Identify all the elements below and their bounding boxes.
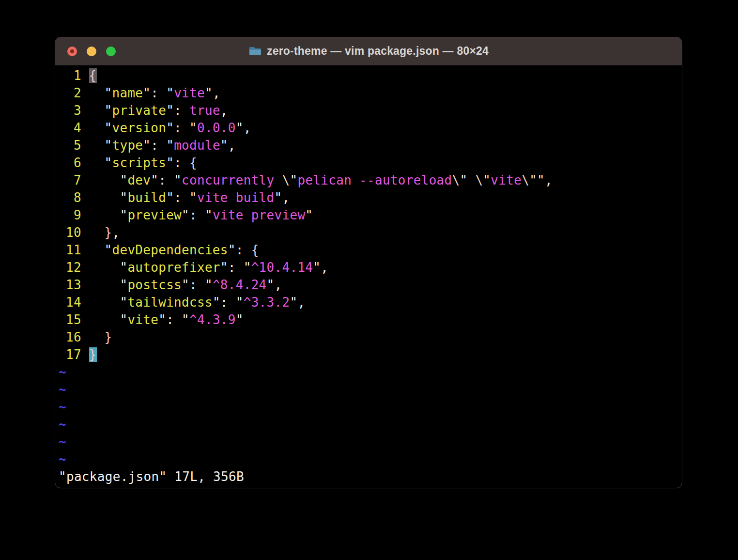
tilde-marker: ~: [59, 417, 66, 432]
window-title-text: zero-theme — vim package.json — 80×24: [267, 45, 489, 58]
desktop-background: zero-theme — vim package.json — 80×24 1{…: [0, 0, 738, 560]
buffer-line: 3 "private": true,: [59, 102, 682, 119]
buffer-line: 14 "tailwindcss": "^3.3.2",: [59, 294, 682, 311]
tilde-marker: ~: [59, 365, 66, 379]
line-number: 9: [59, 206, 81, 224]
terminal-content[interactable]: 1{2 "name": "vite",3 "private": true,4 "…: [55, 65, 682, 485]
buffer-line: 11 "devDependencies": {: [59, 241, 682, 259]
line-number: 2: [59, 84, 81, 102]
buffer-line: 10 },: [59, 224, 682, 241]
empty-buffer-line: ~: [59, 416, 682, 433]
line-number: 12: [59, 259, 81, 276]
line-number: 11: [59, 241, 81, 259]
terminal-window: zero-theme — vim package.json — 80×24 1{…: [55, 37, 682, 488]
line-number: 8: [59, 189, 81, 206]
buffer-line: 5 "type": "module",: [59, 137, 682, 154]
minimize-button[interactable]: [87, 47, 96, 56]
buffer-line: 8 "build": "vite build",: [59, 189, 682, 206]
line-number: 14: [59, 294, 81, 311]
empty-buffer-line: ~: [59, 381, 682, 398]
buffer-line: 12 "autoprefixer": "^10.4.14",: [59, 259, 682, 276]
tilde-marker: ~: [59, 452, 66, 467]
line-number: 13: [59, 276, 81, 294]
line-number: 5: [59, 137, 81, 154]
traffic-lights: [67, 37, 116, 65]
folder-icon: [248, 46, 262, 57]
buffer-line: 7 "dev": "concurrently \"pelican --autor…: [59, 171, 682, 189]
zoom-button[interactable]: [106, 47, 116, 56]
line-number: 1: [59, 67, 81, 84]
line-number: 17: [59, 346, 81, 363]
line-number: 15: [59, 311, 81, 328]
vim-status-line: "package.json" 17L, 356B: [59, 468, 682, 485]
tilde-marker: ~: [59, 382, 66, 397]
tilde-marker: ~: [59, 400, 66, 414]
window-titlebar[interactable]: zero-theme — vim package.json — 80×24: [55, 37, 682, 65]
line-number: 10: [59, 224, 81, 241]
line-number: 3: [59, 102, 81, 119]
line-number: 16: [59, 328, 81, 346]
buffer-line: 2 "name": "vite",: [59, 84, 682, 102]
buffer-line: 13 "postcss": "^8.4.24",: [59, 276, 682, 294]
buffer-line: 4 "version": "0.0.0",: [59, 119, 682, 137]
buffer-line: 16 }: [59, 328, 682, 346]
line-number: 6: [59, 154, 81, 171]
buffer-line: 9 "preview": "vite preview": [59, 206, 682, 224]
tilde-marker: ~: [59, 435, 66, 449]
buffer-line: 15 "vite": "^4.3.9": [59, 311, 682, 328]
empty-buffer-line: ~: [59, 398, 682, 416]
buffer-line: 17}: [59, 346, 682, 363]
empty-buffer-line: ~: [59, 433, 682, 451]
buffer-line: 6 "scripts": {: [59, 154, 682, 171]
window-title: zero-theme — vim package.json — 80×24: [248, 45, 489, 58]
line-number: 7: [59, 171, 81, 189]
empty-buffer-line: ~: [59, 363, 682, 381]
close-button[interactable]: [67, 47, 77, 56]
buffer-lines: 1{2 "name": "vite",3 "private": true,4 "…: [59, 67, 682, 468]
line-number: 4: [59, 119, 81, 137]
empty-buffer-line: ~: [59, 451, 682, 468]
buffer-line: 1{: [59, 67, 682, 84]
